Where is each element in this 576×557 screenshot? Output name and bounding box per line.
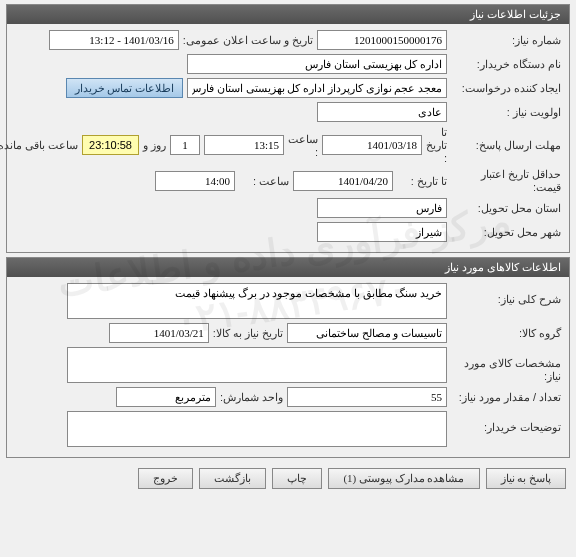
to-date2-field[interactable] xyxy=(293,171,393,191)
exit-button[interactable]: خروج xyxy=(138,468,193,489)
hour2-field[interactable] xyxy=(155,171,235,191)
panel1-title: جزئیات اطلاعات نیاز xyxy=(7,5,569,24)
print-button[interactable]: چاپ xyxy=(272,468,322,489)
need-date-label: تاریخ نیاز به کالا: xyxy=(213,327,283,340)
goods-info-panel: اطلاعات کالاهای مورد نیاز شرح کلی نیاز: … xyxy=(6,257,570,458)
city-label: شهر محل تحویل: xyxy=(451,226,561,239)
priority-field[interactable] xyxy=(317,102,447,122)
hour1-field[interactable] xyxy=(204,135,284,155)
spec-field[interactable] xyxy=(67,347,447,383)
to-date2-label: تا تاریخ : xyxy=(397,175,447,188)
footer-buttons: پاسخ به نیاز مشاهده مدارک پیوستی (1) چاپ… xyxy=(0,462,576,495)
valid-label: حداقل تاریخ اعتبار قیمت: xyxy=(451,168,561,194)
notes-field[interactable] xyxy=(67,411,447,447)
buyer-label: نام دستگاه خریدار: xyxy=(451,58,561,71)
unit-field[interactable] xyxy=(116,387,216,407)
requester-label: ایجاد کننده درخواست: xyxy=(451,82,561,95)
days-field[interactable] xyxy=(170,135,200,155)
attachments-button[interactable]: مشاهده مدارک پیوستی (1) xyxy=(328,468,479,489)
deadline-label: مهلت ارسال پاسخ: xyxy=(451,139,561,152)
group-field[interactable] xyxy=(287,323,447,343)
need-date-field[interactable] xyxy=(109,323,209,343)
announce-label: تاریخ و ساعت اعلان عمومی: xyxy=(183,34,313,47)
remaining-time: 23:10:58 xyxy=(82,135,139,155)
to-date1-label: تا تاریخ : xyxy=(426,126,447,164)
notes-label: توضیحات خریدار: xyxy=(451,411,561,434)
hour1-label: ساعت : xyxy=(288,133,318,158)
city-field[interactable] xyxy=(317,222,447,242)
qty-field[interactable] xyxy=(287,387,447,407)
province-label: استان محل تحویل: xyxy=(451,202,561,215)
need-no-label: شماره نیاز: xyxy=(451,34,561,47)
reply-button[interactable]: پاسخ به نیاز xyxy=(486,468,567,489)
days-label: روز و xyxy=(143,139,166,152)
need-no-field[interactable] xyxy=(317,30,447,50)
desc-field[interactable] xyxy=(67,283,447,319)
unit-label: واحد شمارش: xyxy=(220,391,283,404)
spec-label: مشخصات کالای مورد نیاز: xyxy=(451,347,561,383)
back-button[interactable]: بازگشت xyxy=(199,468,266,489)
announce-field[interactable] xyxy=(49,30,179,50)
panel2-title: اطلاعات کالاهای مورد نیاز xyxy=(7,258,569,277)
desc-label: شرح کلی نیاز: xyxy=(451,283,561,306)
qty-label: تعداد / مقدار مورد نیاز: xyxy=(451,391,561,404)
hour2-label: ساعت : xyxy=(239,175,289,188)
contact-buyer-button[interactable]: اطلاعات تماس خریدار xyxy=(66,78,184,98)
group-label: گروه کالا: xyxy=(451,327,561,340)
province-field[interactable] xyxy=(317,198,447,218)
to-date1-field[interactable] xyxy=(322,135,422,155)
need-details-panel: جزئیات اطلاعات نیاز شماره نیاز: تاریخ و … xyxy=(6,4,570,253)
buyer-field[interactable] xyxy=(187,54,447,74)
requester-field[interactable] xyxy=(187,78,447,98)
priority-label: اولویت نیاز : xyxy=(451,106,561,119)
remain-label: ساعت باقی مانده xyxy=(0,139,78,152)
